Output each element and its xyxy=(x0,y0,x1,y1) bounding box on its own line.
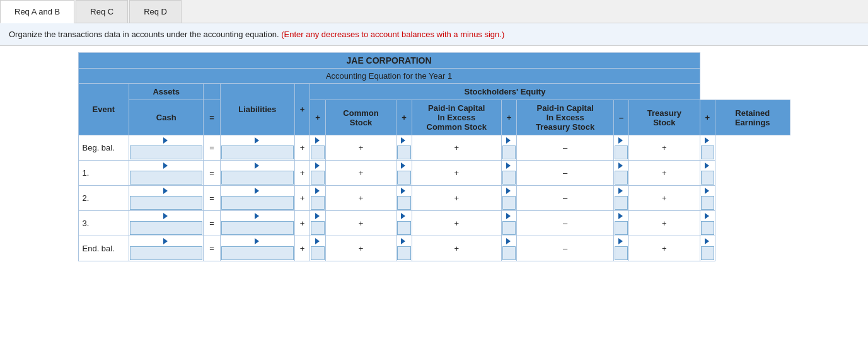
r2-plus4: + xyxy=(629,186,700,211)
end-cash-input[interactable] xyxy=(129,236,204,261)
cash-subheader: Cash xyxy=(129,100,204,135)
r2-liab-input[interactable] xyxy=(220,186,294,211)
end-plus2: + xyxy=(325,236,396,261)
beg-minus: – xyxy=(517,135,614,161)
r3-retained-input[interactable] xyxy=(700,211,715,236)
r3-cash-input[interactable] xyxy=(129,211,204,236)
company-name: JAE CORPORATION xyxy=(78,53,700,69)
section-header-row: Event Assets Liabilities + Stockholders'… xyxy=(78,84,790,100)
r1-retained-input[interactable] xyxy=(700,161,715,186)
equity-header: Stockholders' Equity xyxy=(310,84,700,100)
row-label-end: End. bal. xyxy=(78,236,129,261)
beg-paidin-common-input[interactable] xyxy=(396,135,412,161)
retained-subheader: Retained Earnings xyxy=(715,100,790,135)
plus5-subheader: + xyxy=(700,100,715,135)
treasury-subheader: Treasury Stock xyxy=(629,100,700,135)
table-row: 3. = + + + – + xyxy=(78,211,790,236)
instruction-bar: Organize the transactions data in accoun… xyxy=(0,23,868,46)
table-row: 2. = + + + – + xyxy=(78,186,790,211)
r1-paidin-treasury-input[interactable] xyxy=(501,161,516,186)
r2-plus2: + xyxy=(325,186,396,211)
r2-treasury-input[interactable] xyxy=(614,186,629,211)
minus-subheader: – xyxy=(614,100,629,135)
beg-plus4: + xyxy=(629,135,700,161)
beg-plus3: + xyxy=(412,135,501,161)
table-subtitle: Accounting Equation for the Year 1 xyxy=(78,69,700,84)
r1-plus2: + xyxy=(325,161,396,186)
r1-paidin-common-input[interactable] xyxy=(396,161,412,186)
end-plus1: + xyxy=(294,236,310,261)
row-label-3: 3. xyxy=(78,211,129,236)
r3-paidin-treasury-input[interactable] xyxy=(501,211,516,236)
accounting-equation-table: JAE CORPORATION Accounting Equation for … xyxy=(78,52,790,261)
end-retained-input[interactable] xyxy=(700,236,715,261)
r3-plus2: + xyxy=(325,211,396,236)
r2-eq: = xyxy=(204,186,220,211)
beg-common-input[interactable] xyxy=(310,135,325,161)
r1-liab-input[interactable] xyxy=(220,161,294,186)
r1-plus4: + xyxy=(629,161,700,186)
company-name-row: JAE CORPORATION xyxy=(78,53,790,69)
table-row: End. bal. = + + + – + xyxy=(78,236,790,261)
plus3-subheader: + xyxy=(396,100,412,135)
beg-eq: = xyxy=(204,135,220,161)
end-paidin-treasury-input[interactable] xyxy=(501,236,516,261)
r3-plus3: + xyxy=(412,211,501,236)
end-paidin-common-input[interactable] xyxy=(396,236,412,261)
r3-plus4: + xyxy=(629,211,700,236)
beg-retained-input[interactable] xyxy=(700,135,715,161)
liabilities-header: Liabilities xyxy=(220,84,294,135)
end-plus4: + xyxy=(629,236,700,261)
instruction-text: Organize the transactions data in accoun… xyxy=(9,30,279,39)
r1-minus: – xyxy=(517,161,614,186)
beg-plus2: + xyxy=(325,135,396,161)
r3-treasury-input[interactable] xyxy=(614,211,629,236)
r3-plus1: + xyxy=(294,211,310,236)
r2-retained-input[interactable] xyxy=(700,186,715,211)
r1-treasury-input[interactable] xyxy=(614,161,629,186)
paidin-common-subheader: Paid-in Capital In Excess Common Stock xyxy=(412,100,501,135)
eq-spacer xyxy=(204,84,220,100)
r2-cash-input[interactable] xyxy=(129,186,204,211)
row-label-2: 2. xyxy=(78,186,129,211)
beg-cash-input[interactable] xyxy=(129,135,204,161)
r3-paidin-common-input[interactable] xyxy=(396,211,412,236)
tab-bar: Req A and B Req C Req D xyxy=(0,0,868,23)
row-label-1: 1. xyxy=(78,161,129,186)
common-stock-subheader: Common Stock xyxy=(325,100,396,135)
paidin-treasury-subheader: Paid-in Capital In Excess Treasury Stock xyxy=(517,100,614,135)
r3-liab-input[interactable] xyxy=(220,211,294,236)
subtitle-row: Accounting Equation for the Year 1 xyxy=(78,69,790,84)
tab-req-ab[interactable]: Req A and B xyxy=(0,0,74,23)
r2-plus1: + xyxy=(294,186,310,211)
row-label-beg: Beg. bal. xyxy=(78,135,129,161)
plus2-subheader: + xyxy=(310,100,325,135)
tab-req-c[interactable]: Req C xyxy=(76,0,128,23)
beg-liab-input[interactable] xyxy=(220,135,294,161)
end-common-input[interactable] xyxy=(310,236,325,261)
r1-common-input[interactable] xyxy=(310,161,325,186)
r2-minus: – xyxy=(517,186,614,211)
r2-paidin-treasury-input[interactable] xyxy=(501,186,516,211)
beg-treasury-input[interactable] xyxy=(614,135,629,161)
beg-paidin-treasury-input[interactable] xyxy=(501,135,516,161)
r1-plus3: + xyxy=(412,161,501,186)
r2-paidin-common-input[interactable] xyxy=(396,186,412,211)
r1-cash-input[interactable] xyxy=(129,161,204,186)
assets-header: Assets xyxy=(129,84,204,100)
end-treasury-input[interactable] xyxy=(614,236,629,261)
r2-common-input[interactable] xyxy=(310,186,325,211)
end-minus: – xyxy=(517,236,614,261)
table-row: Beg. bal. = + + + – + xyxy=(78,135,790,161)
plus4-subheader: + xyxy=(501,100,516,135)
r1-eq: = xyxy=(204,161,220,186)
end-plus3: + xyxy=(412,236,501,261)
table-container: JAE CORPORATION Accounting Equation for … xyxy=(0,46,868,268)
table-row: 1. = + + + – + xyxy=(78,161,790,186)
tab-req-d[interactable]: Req D xyxy=(129,0,182,23)
r2-plus3: + xyxy=(412,186,501,211)
end-liab-input[interactable] xyxy=(220,236,294,261)
r3-common-input[interactable] xyxy=(310,211,325,236)
beg-plus1: + xyxy=(294,135,310,161)
r3-eq: = xyxy=(204,211,220,236)
